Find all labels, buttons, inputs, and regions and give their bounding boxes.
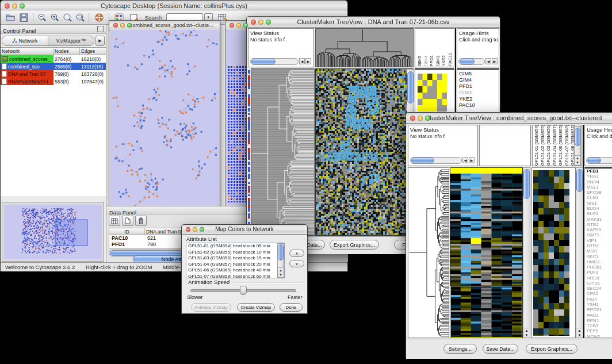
new-attribute-icon[interactable] (122, 216, 133, 226)
minimize-button[interactable] (258, 20, 263, 25)
usage-hints-hscrollbar[interactable]: ◀ ▶ (458, 58, 498, 65)
tv2-heatmap-panel[interactable] (450, 167, 523, 338)
gene-label[interactable]: TCB3 (587, 323, 612, 328)
done-button[interactable]: Done (280, 303, 303, 312)
save-session-icon[interactable] (17, 12, 30, 23)
close-button[interactable] (186, 227, 190, 232)
scroll-left-icon[interactable]: ◀ (462, 157, 468, 163)
export-graphics-button[interactable]: Export Graphics... (330, 240, 379, 250)
zoom-fit-icon[interactable] (61, 12, 74, 23)
column-label[interactable]: GIM4 (423, 56, 430, 66)
gene-tree-canvas[interactable] (408, 168, 449, 338)
column-label[interactable]: GPL51-06 (GSM865) (558, 125, 564, 166)
column-tree-canvas[interactable] (316, 29, 413, 67)
gene-label[interactable]: CPA2 (587, 291, 612, 296)
save-data-button[interactable]: Save Data... (483, 344, 518, 354)
zoom-selected-icon[interactable] (74, 12, 86, 23)
gene-label[interactable]: GIM4 (459, 77, 499, 83)
tv2-gene-dendrogram[interactable] (408, 167, 449, 338)
gene-label[interactable]: GPI16 (587, 281, 612, 286)
column-label[interactable]: GPL51-03 (GSM856) (546, 125, 552, 166)
gene-label[interactable]: SEC24 (587, 286, 612, 291)
gene-label[interactable]: RPN1 (587, 318, 612, 323)
minimize-button[interactable] (418, 116, 423, 121)
network-table-row[interactable]: combined_sco 2569(6) 13112(15) (1, 63, 106, 70)
network-view-canvas[interactable] (110, 30, 220, 209)
gene-label[interactable]: CLN1 (587, 195, 612, 200)
gene-label[interactable]: PAN1 (587, 313, 612, 318)
create-vizmap-button[interactable]: Create Vizmap (237, 303, 275, 312)
gene-label[interactable]: MAK31 (587, 217, 612, 222)
gene-label[interactable]: PFD1 (459, 83, 499, 90)
column-label[interactable]: PAC10 (447, 53, 454, 66)
open-session-icon[interactable] (4, 12, 17, 23)
close-button[interactable] (251, 20, 256, 25)
gene-label[interactable]: HMG1 (587, 259, 612, 265)
gene-label[interactable]: HAP3 (587, 232, 612, 237)
tv1-heatmap-panel[interactable] (315, 68, 414, 236)
scroll-arrows[interactable]: ▲▼ (523, 328, 530, 338)
gene-label[interactable]: MSI1 (587, 248, 612, 254)
gene-label[interactable]: GIM3 (459, 90, 499, 96)
tab-overflow-icon[interactable]: ▶ (95, 36, 105, 46)
attribute-item[interactable]: GPL51-03 (GSM856) heat shock 15 min (186, 255, 284, 262)
view-status-hscrollbar[interactable]: ◀ ▶ (250, 58, 311, 65)
zoom-heatmap-canvas[interactable] (533, 170, 569, 336)
gene-label[interactable]: GTB1 (587, 222, 612, 227)
minimize-button[interactable] (120, 23, 125, 28)
zoom-button[interactable] (200, 227, 204, 232)
gene-label[interactable]: MSL1 (587, 185, 612, 190)
gene-label[interactable]: PHO81 (587, 265, 612, 270)
view-status-hscrollbar[interactable]: ◀ ▶ (410, 156, 475, 164)
delete-attribute-icon[interactable] (135, 216, 147, 226)
minimize-button[interactable] (193, 227, 197, 232)
tv2-column-dendrogram[interactable] (479, 125, 531, 166)
help-lifering-icon[interactable] (91, 12, 106, 23)
gene-label[interactable]: ELG1 (587, 211, 612, 216)
scroll-arrows[interactable]: ▲▼ (575, 155, 580, 165)
scroll-left-icon[interactable]: ◀ (485, 58, 491, 64)
zoom-out-icon[interactable] (36, 12, 48, 23)
gene-label[interactable]: NIS1 (587, 201, 612, 206)
zoom-in-icon[interactable] (48, 12, 61, 23)
column-label[interactable]: YKE2 (441, 55, 447, 66)
close-button[interactable] (5, 3, 10, 9)
summary-matrix-canvas[interactable] (418, 74, 447, 112)
close-button[interactable] (230, 23, 234, 28)
tab-network[interactable]: Network (2, 36, 48, 45)
tv2-heatmap-vscrollbar[interactable]: ▲▼ (523, 167, 530, 338)
scroll-arrows[interactable]: ▲▼ (278, 267, 284, 277)
scroll-right-icon[interactable]: ▶ (469, 157, 475, 163)
gene-label[interactable]: RPO21 (587, 307, 612, 312)
network-window-1[interactable]: combined_scores_good.txt--cluste... (109, 20, 220, 210)
tab-vizmapper[interactable]: VizMapper™ (48, 36, 94, 45)
heatmap-canvas[interactable] (316, 69, 413, 235)
attribute-listbox[interactable]: GPL51-01 (GSM854) heat shock 05 minGPL51… (186, 243, 285, 278)
network-table-row[interactable]: combined_scores_ 2764(0) 16218(0) (1, 55, 106, 63)
float-panel-icon[interactable] (97, 26, 104, 32)
window-controls[interactable] (5, 3, 25, 9)
gene-label[interactable]: RNR4 (587, 179, 612, 185)
move-down-button[interactable]: ∨ (289, 260, 304, 267)
zoom-button[interactable] (243, 23, 248, 28)
column-label[interactable]: GPL51-04 (GSM857) (552, 125, 559, 166)
gene-label[interactable]: FIG4 (587, 297, 612, 302)
attribute-item[interactable]: GPL51-04 (GSM857) heat shock 20 min (186, 262, 284, 268)
column-label[interactable]: PFD1 (429, 55, 435, 66)
gene-label[interactable]: PEP5 (587, 328, 612, 334)
close-button[interactable] (113, 23, 118, 28)
animate-vizmap-button[interactable]: Animate Vizmap (191, 303, 231, 312)
column-label[interactable]: GIM3 (435, 56, 442, 66)
zoom-button[interactable] (266, 20, 271, 25)
gene-label[interactable]: YSH1 (587, 302, 612, 307)
close-button[interactable] (410, 116, 415, 121)
gene-label[interactable]: KAP95 (587, 227, 612, 232)
attribute-item[interactable]: GPL51-07 (GSM868) heat shock 60 min (186, 274, 284, 279)
gene-label[interactable]: HRD3 (587, 275, 612, 281)
scroll-arrows[interactable]: ▲▼ (576, 328, 583, 338)
column-label[interactable]: GPL51-02 (GSM855) (540, 125, 546, 166)
tv2-zoom-vscrollbar[interactable]: ▲▼ (576, 167, 583, 338)
attribute-item[interactable]: GPL51-01 (GSM854) heat shock 05 min (186, 243, 284, 250)
gene-label[interactable]: BUD4 (587, 206, 612, 211)
id-column-header[interactable]: ID (109, 228, 145, 235)
